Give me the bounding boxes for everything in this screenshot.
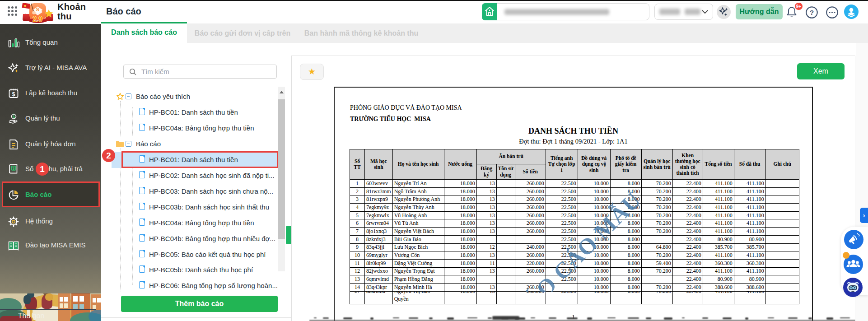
svg-text:?: ? <box>810 9 814 16</box>
svg-text:$: $ <box>12 166 14 171</box>
svg-text:$: $ <box>12 91 15 98</box>
svg-text:$: $ <box>13 115 15 119</box>
svg-text:2.9: 2.9 <box>33 15 42 23</box>
svg-text:S: S <box>36 7 39 12</box>
